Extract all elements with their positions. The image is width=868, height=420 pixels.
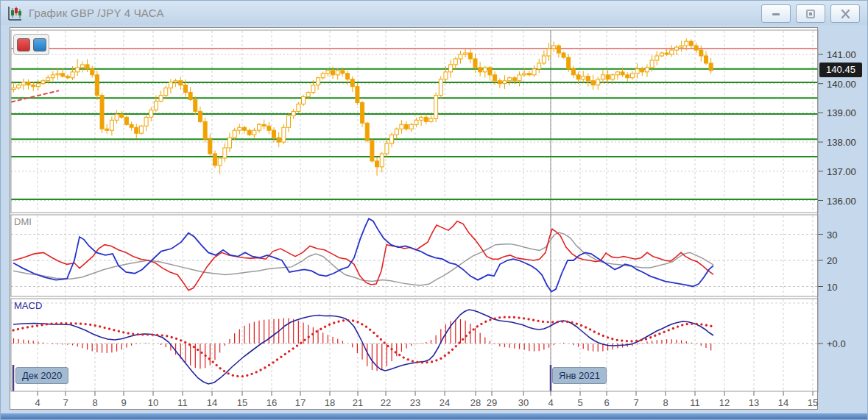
svg-text:20: 20 (827, 255, 837, 266)
svg-text:18: 18 (325, 397, 335, 408)
svg-text:4: 4 (35, 397, 40, 408)
svg-text:8: 8 (92, 397, 97, 408)
svg-text:29: 29 (487, 397, 497, 408)
svg-text:24: 24 (440, 397, 450, 408)
svg-text:10: 10 (827, 282, 837, 293)
blue-marker-button[interactable] (33, 38, 46, 51)
svg-text:22: 22 (381, 397, 391, 408)
svg-text:137.00: 137.00 (827, 166, 856, 177)
window-bottom-edge (1, 413, 867, 420)
svg-text:138.00: 138.00 (827, 137, 856, 148)
svg-text:16: 16 (267, 397, 277, 408)
svg-text:15: 15 (237, 397, 247, 408)
svg-text:140.00: 140.00 (827, 79, 856, 90)
svg-text:14: 14 (207, 397, 217, 408)
svg-text:4: 4 (548, 397, 553, 408)
svg-text:10: 10 (148, 397, 158, 408)
svg-text:6: 6 (604, 397, 609, 408)
svg-text:12: 12 (719, 397, 730, 408)
svg-text:7: 7 (633, 397, 638, 408)
svg-text:136.00: 136.00 (827, 196, 856, 207)
macd-panel-label: MACD (14, 300, 42, 311)
svg-text:30: 30 (518, 397, 529, 408)
dmi-panel-label: DMI (14, 216, 32, 227)
svg-text:17: 17 (295, 397, 306, 408)
month-label-jan: Янв 2021 (552, 367, 607, 384)
svg-text:5: 5 (577, 397, 582, 408)
chart-mini-toolbar (13, 34, 49, 55)
svg-text:13: 13 (749, 397, 759, 408)
app-window: График GBP /JPY 4 ЧАСА 141.00140.00139.0… (0, 0, 868, 420)
svg-text:8: 8 (663, 397, 668, 408)
svg-text:15: 15 (808, 397, 818, 408)
svg-text:11: 11 (177, 397, 188, 408)
svg-text:7: 7 (63, 397, 68, 408)
month-label-dec: Дек 2020 (15, 367, 68, 384)
svg-text:141.00: 141.00 (827, 49, 856, 60)
svg-text:21: 21 (353, 397, 363, 408)
svg-text:23: 23 (410, 397, 420, 408)
svg-text:139.00: 139.00 (827, 107, 856, 118)
svg-text:30: 30 (827, 229, 837, 241)
current-price-tag: 140.45 (819, 63, 862, 77)
svg-text:28: 28 (470, 397, 481, 408)
red-marker-button[interactable] (17, 38, 30, 51)
svg-text:14: 14 (778, 397, 788, 408)
svg-text:+0.0: +0.0 (827, 338, 846, 349)
svg-text:9: 9 (121, 397, 126, 408)
chart-canvas[interactable]: 141.00140.00139.00138.00137.00136.003020… (1, 1, 868, 420)
svg-text:11: 11 (690, 397, 700, 408)
